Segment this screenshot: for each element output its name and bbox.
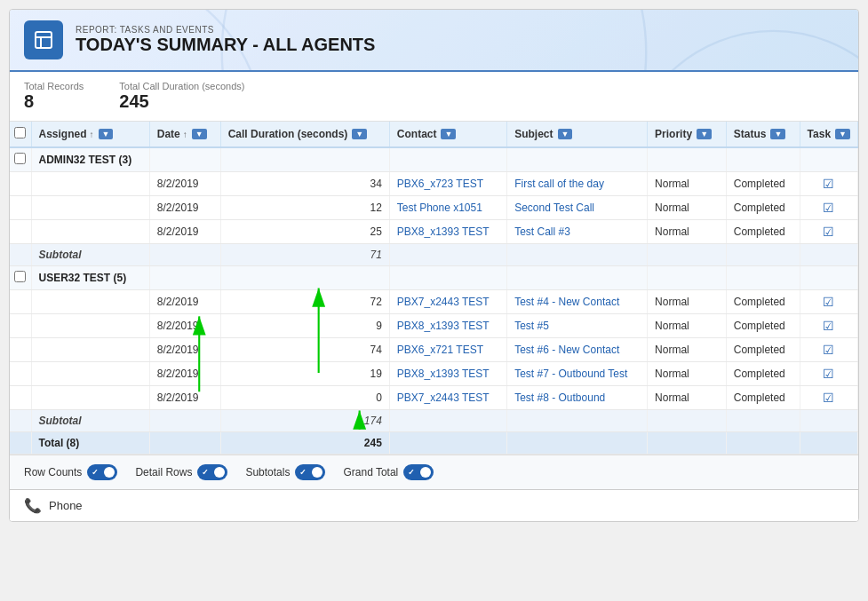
- row-contact[interactable]: Test Phone x1051: [389, 196, 506, 220]
- row-subject[interactable]: Test #5: [507, 314, 648, 338]
- data-table: Assigned ↑ ▼ Date ↑ ▼: [10, 122, 858, 455]
- header-task: Task ▼: [800, 122, 857, 147]
- row-status: Completed: [726, 220, 800, 244]
- contact-filter-btn[interactable]: ▼: [441, 129, 456, 139]
- row-subject[interactable]: Test #4 - New Contact: [507, 290, 648, 314]
- header-call-duration: Call Duration (seconds) ▼: [220, 122, 389, 147]
- report-subtitle: REPORT: TASKS AND EVENTS: [76, 25, 375, 35]
- total-label: Total (8): [31, 432, 149, 455]
- row-date: 8/2/2019: [149, 386, 220, 410]
- status-filter-btn[interactable]: ▼: [770, 129, 785, 139]
- row-checkbox-cell: [10, 314, 31, 338]
- group-status: [726, 266, 800, 290]
- row-counts-toggle[interactable]: ✓: [87, 464, 117, 480]
- total-status: [726, 432, 800, 455]
- row-subject[interactable]: First call of the day: [507, 172, 648, 196]
- grand-total-toggle[interactable]: ✓: [403, 464, 434, 480]
- date-filter-btn[interactable]: ▼: [192, 129, 207, 139]
- row-contact[interactable]: PBX8_x1393 TEST: [389, 362, 506, 386]
- row-contact[interactable]: PBX6_x721 TEST: [389, 338, 506, 362]
- subtotal-date: [149, 410, 220, 432]
- row-task: ☑: [800, 338, 857, 362]
- total-subject: [507, 432, 648, 455]
- row-duration: 34: [220, 172, 389, 196]
- phone-icon: 📞: [24, 497, 42, 514]
- row-date: 8/2/2019: [149, 290, 220, 314]
- row-date: 8/2/2019: [149, 220, 220, 244]
- row-contact[interactable]: PBX7_x2443 TEST: [389, 386, 506, 410]
- grand-total-toggle-group: Grand Total ✓: [343, 464, 434, 480]
- row-task: ☑: [800, 362, 857, 386]
- header-status: Status ▼: [726, 122, 800, 147]
- row-contact[interactable]: PBX8_x1393 TEST: [389, 314, 506, 338]
- total-records-value: 8: [24, 91, 84, 112]
- subtotal-contact: [389, 410, 506, 432]
- row-contact[interactable]: PBX7_x2443 TEST: [389, 290, 506, 314]
- total-contact: [389, 432, 506, 455]
- report-icon: [24, 20, 63, 59]
- select-all-checkbox[interactable]: [14, 127, 26, 138]
- svg-rect-0: [36, 32, 52, 48]
- table-row: 8/2/2019 25 PBX8_x1393 TEST Test Call #3…: [10, 220, 858, 244]
- group-label[interactable]: USER32 TEST (5): [31, 266, 149, 290]
- subtotal-status: [726, 410, 800, 432]
- row-subject[interactable]: Test #8 - Outbound: [507, 386, 648, 410]
- total-records-stat: Total Records 8: [24, 81, 84, 112]
- report-title: TODAY'S SUMMARY - ALL AGENTS: [76, 35, 375, 55]
- subtotals-toggle-group: Subtotals ✓: [245, 464, 325, 480]
- detail-rows-toggle[interactable]: ✓: [197, 464, 227, 480]
- phone-label: Phone: [49, 499, 83, 512]
- table-row: 8/2/2019 9 PBX8_x1393 TEST Test #5 Norma…: [10, 314, 858, 338]
- subtotal-checkbox-cell: [10, 244, 31, 266]
- header-date: Date ↑ ▼: [149, 122, 220, 147]
- total-duration-value: 245: [119, 91, 244, 112]
- subtotal-status: [726, 244, 800, 266]
- row-contact[interactable]: PBX6_x723 TEST: [389, 172, 506, 196]
- row-subject[interactable]: Test #6 - New Contact: [507, 338, 648, 362]
- row-priority: Normal: [648, 362, 727, 386]
- row-checkbox-cell: [10, 290, 31, 314]
- row-status: Completed: [726, 314, 800, 338]
- row-assigned: [31, 338, 149, 362]
- row-contact[interactable]: PBX8_x1393 TEST: [389, 220, 506, 244]
- task-filter-btn[interactable]: ▼: [835, 129, 850, 139]
- table-row: 8/2/2019 12 Test Phone x1051 Second Test…: [10, 196, 858, 220]
- group-duration: [220, 266, 389, 290]
- subtotal-row-1: Subtotal 174: [10, 410, 858, 432]
- row-assigned: [31, 386, 149, 410]
- row-task: ☑: [800, 290, 857, 314]
- header-checkbox-cell: [10, 122, 31, 147]
- row-subject[interactable]: Second Test Call: [507, 196, 648, 220]
- group-checkbox[interactable]: [14, 153, 26, 164]
- duration-filter-btn[interactable]: ▼: [352, 129, 367, 139]
- group-header-0: ADMIN32 TEST (3): [10, 147, 858, 172]
- assigned-filter-btn[interactable]: ▼: [99, 129, 114, 139]
- total-value: 245: [220, 432, 389, 455]
- row-status: Completed: [726, 338, 800, 362]
- header-priority: Priority ▼: [648, 122, 727, 147]
- row-checkbox-cell: [10, 220, 31, 244]
- group-label[interactable]: ADMIN32 TEST (3): [31, 147, 149, 172]
- row-duration: 0: [220, 386, 389, 410]
- row-checkbox-cell: [10, 172, 31, 196]
- report-header: REPORT: TASKS AND EVENTS TODAY'S SUMMARY…: [10, 10, 858, 72]
- detail-rows-label: Detail Rows: [135, 466, 192, 478]
- row-subject[interactable]: Test #7 - Outbound Test: [507, 362, 648, 386]
- priority-filter-btn[interactable]: ▼: [697, 129, 712, 139]
- group-checkbox[interactable]: [14, 271, 26, 282]
- row-task: ☑: [800, 196, 857, 220]
- row-priority: Normal: [648, 196, 727, 220]
- row-subject[interactable]: Test Call #3: [507, 220, 648, 244]
- subject-filter-btn[interactable]: ▼: [558, 129, 573, 139]
- total-records-label: Total Records: [24, 81, 84, 91]
- group-checkbox-cell: [10, 266, 31, 290]
- group-duration: [220, 147, 389, 172]
- subtotal-contact: [389, 244, 506, 266]
- row-checkbox-cell: [10, 362, 31, 386]
- subtotals-toggle[interactable]: ✓: [295, 464, 325, 480]
- row-status: Completed: [726, 386, 800, 410]
- stats-bar: Total Records 8 Total Call Duration (sec…: [10, 72, 858, 122]
- row-checkbox-cell: [10, 338, 31, 362]
- table-row: 8/2/2019 34 PBX6_x723 TEST First call of…: [10, 172, 858, 196]
- group-header-1: USER32 TEST (5): [10, 266, 858, 290]
